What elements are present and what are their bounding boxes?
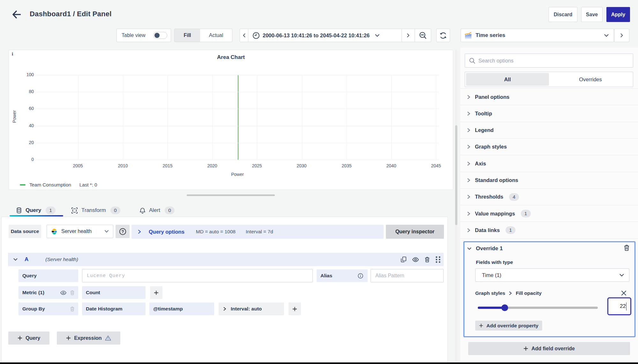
- svg-text:?: ?: [121, 229, 124, 234]
